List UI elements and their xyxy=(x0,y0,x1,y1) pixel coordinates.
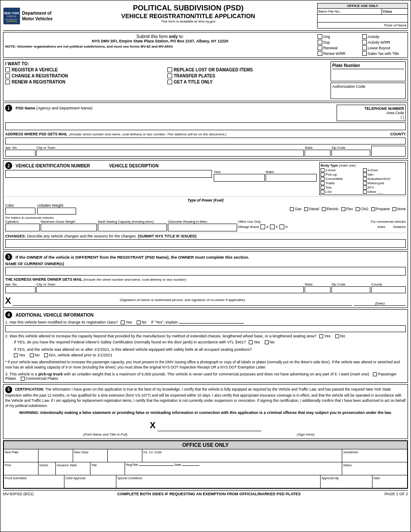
owner-address-fields: Apt. No. City or Town State Zip Code Cou… xyxy=(5,282,406,293)
adult-seat-cell: Adult Seating Capacity (including driver… xyxy=(98,220,167,231)
bt-atv[interactable]: ATV xyxy=(363,186,405,189)
form-page: NEW YORK STATE OF OPPORTUNITY. Departmen… xyxy=(0,0,411,532)
owner-county-field[interactable] xyxy=(371,286,406,293)
bt-suv[interactable]: Suburban/SUV xyxy=(363,177,405,181)
q2-row: 2. Was this vehicle altered to increase … xyxy=(5,334,406,370)
mb-n[interactable]: N xyxy=(279,224,287,229)
bt-motorcycle[interactable]: Motorcycle xyxy=(363,181,405,185)
owner-city-field[interactable] xyxy=(36,286,304,293)
make-field[interactable] xyxy=(266,174,317,182)
fuel-gas[interactable]: Gas xyxy=(290,207,302,211)
fuel-none[interactable]: None xyxy=(392,207,406,211)
three-name: Three of Name xyxy=(318,22,408,28)
class-label: Class xyxy=(382,9,408,14)
q2-sub2-yes-cb[interactable] xyxy=(14,353,18,357)
new-plate-cell: New Plate xyxy=(4,449,39,462)
fuel-electric[interactable]: Electric xyxy=(322,207,339,211)
owner-apt-field[interactable] xyxy=(5,286,35,293)
bt-van[interactable]: Van xyxy=(363,173,405,176)
q3-row: 3. This vehicle is a pick-up truck with … xyxy=(5,372,406,381)
fuel-propane[interactable]: Propane xyxy=(371,207,390,211)
bt-pickup[interactable]: Pick-up xyxy=(321,173,363,176)
max-gross-field[interactable] xyxy=(41,224,97,231)
fuel-diesel[interactable]: Diesel xyxy=(304,207,319,211)
date-cell: Date xyxy=(372,475,407,488)
cb-activity: Activity xyxy=(362,34,406,39)
svg-text:NEW YORK: NEW YORK xyxy=(4,12,19,15)
bt-lsv[interactable]: LSV xyxy=(321,190,363,194)
q1-yes-cb[interactable] xyxy=(121,320,125,324)
commercial-note: For trailers & commercial vehicles xyxy=(5,216,406,220)
bt-4door[interactable]: 4-Door xyxy=(363,168,405,172)
mb-e[interactable]: E xyxy=(270,224,278,229)
adult-seat-field[interactable] xyxy=(98,224,167,231)
sig-caption: (Signature of owner or authorized person… xyxy=(13,298,352,302)
q2-no-cb[interactable] xyxy=(335,334,339,338)
want-renew[interactable]: RENEW A REGISTRATION xyxy=(5,80,166,84)
submit-section: Submit this form only to: NYS DMV DFI, E… xyxy=(5,34,315,56)
want-to-section: I WANT TO: REGISTER A VEHICLE REPLACE LO… xyxy=(3,59,408,101)
q3-passenger-cb[interactable] xyxy=(373,372,377,376)
q3-commercial-cb[interactable] xyxy=(21,377,25,381)
owner-state-field[interactable] xyxy=(305,286,331,293)
fuel-flex[interactable]: Flex xyxy=(341,207,353,211)
changes-field[interactable] xyxy=(5,239,406,248)
want-to-title: I WANT TO: xyxy=(5,61,328,66)
ny-logo-icon: NEW YORK STATE OF OPPORTUNITY. xyxy=(3,7,20,25)
state-field[interactable] xyxy=(305,150,331,157)
section-1-number: 1 xyxy=(5,105,12,112)
want-register[interactable]: REGISTER A VEHICLE xyxy=(5,67,166,72)
odometer-cell: Odometer Reading in Miles xyxy=(168,220,237,231)
color-field[interactable] xyxy=(5,208,35,215)
address-field[interactable] xyxy=(5,138,406,144)
want-change[interactable]: CHANGE A REGISTRATION xyxy=(5,74,166,78)
bt-2door[interactable]: 2-Door xyxy=(321,168,363,172)
year-field[interactable] xyxy=(214,174,265,182)
unladen-field[interactable] xyxy=(37,208,76,215)
mb-a[interactable]: A xyxy=(260,224,268,229)
fuel-cng[interactable]: CNG xyxy=(356,207,369,211)
bt-other[interactable]: Other ___ xyxy=(363,190,405,194)
vin-field[interactable] xyxy=(5,170,212,178)
county-field[interactable] xyxy=(372,147,405,154)
q1-explain-field[interactable] xyxy=(5,325,406,332)
cb-activity-wr: Activity W/RR xyxy=(362,40,406,45)
apt-field[interactable] xyxy=(5,150,35,157)
section-4: 4 ADDITIONAL VEHICLE INFORMATION 1. Has … xyxy=(3,309,408,383)
print-caption: (Print Name and Title in Full) xyxy=(5,432,206,437)
approved-by-cell: Approved By xyxy=(321,475,372,488)
section-4-title: ADDITIONAL VEHICLE INFORMATION xyxy=(16,313,93,317)
section-4-number: 4 xyxy=(5,311,12,318)
q2-sub1-no-cb[interactable] xyxy=(265,340,269,344)
date-caption: (Date) xyxy=(354,301,406,305)
section-3-number: 3 xyxy=(5,253,12,260)
veh-desc-label: VEHICLE DESCRIPTION xyxy=(109,163,158,168)
q2-na-cb[interactable] xyxy=(44,353,48,357)
owner-name-field[interactable] xyxy=(5,267,406,276)
q2-sub1-yes-cb[interactable] xyxy=(249,340,253,344)
want-transfer[interactable]: TRANSFER PLATES xyxy=(167,74,328,78)
q2-sub1: If YES, do you have the required Federal… xyxy=(14,340,406,346)
want-replace[interactable]: REPLACE LOST OR DAMAGED ITEMS xyxy=(167,67,328,72)
dept-name: Department of Motor Vehicles xyxy=(22,10,53,22)
odometer-field[interactable] xyxy=(168,224,237,231)
owner-signature-row: X (Signature of owner or authorized pers… xyxy=(5,296,406,306)
warning-text: WARNING: Intentionally making a false st… xyxy=(5,410,406,416)
bt-tow[interactable]: Tow xyxy=(321,186,363,189)
owner-zip-field[interactable] xyxy=(331,286,370,293)
plate-number-label: Plate Number xyxy=(332,63,404,69)
max-gross-cell: Maximum Gross Weight xyxy=(41,220,97,231)
q2-sub2-no-cb[interactable] xyxy=(30,353,34,357)
form-title-area: POLITICAL SUBDIVISION (PSD) VEHICLE REGI… xyxy=(59,3,317,29)
q1-no-cb[interactable] xyxy=(137,320,141,324)
q2-yes-cb[interactable] xyxy=(319,334,323,338)
city-field[interactable] xyxy=(36,150,304,157)
psd-name-field[interactable] xyxy=(5,122,406,130)
phone-box: TELEPHONE NUMBER Area Code ( ) xyxy=(337,105,406,121)
cylinders-field[interactable] xyxy=(5,224,40,231)
want-title-only[interactable]: GET A TITLE ONLY xyxy=(167,80,328,84)
special-cond-cell: Special Conditions xyxy=(116,475,321,488)
zip-field[interactable] xyxy=(331,150,370,157)
bt-convertible[interactable]: Convertible xyxy=(321,177,363,181)
bt-trailer[interactable]: Trailer xyxy=(321,181,363,185)
